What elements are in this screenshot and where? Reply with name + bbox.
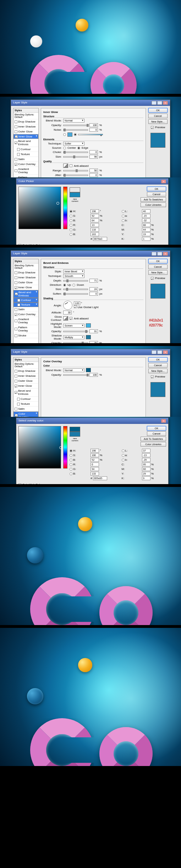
l-input[interactable]: 46 — [142, 209, 150, 213]
hex-input[interactable]: 005e85 — [93, 476, 107, 480]
checkbox[interactable] — [15, 391, 17, 394]
g-input[interactable]: 94 — [90, 467, 99, 471]
c-input[interactable]: 95 — [142, 463, 150, 466]
checkbox[interactable] — [15, 385, 17, 387]
b-radio[interactable] — [70, 219, 72, 222]
range-input[interactable]: 50 — [89, 169, 98, 172]
technique-select[interactable]: Softer — [63, 142, 84, 146]
checkbox[interactable] — [15, 125, 17, 128]
checkbox[interactable] — [17, 303, 20, 306]
altitude-input[interactable]: 30 — [63, 311, 72, 314]
checkbox[interactable] — [15, 308, 17, 311]
a-input[interactable]: -15 — [142, 214, 150, 218]
overlay-color-swatch[interactable] — [86, 368, 91, 372]
s-radio[interactable] — [70, 215, 72, 217]
style-color-overlay[interactable]: Color Overlay — [13, 312, 38, 317]
checkbox[interactable] — [15, 293, 18, 295]
direction-up-radio[interactable] — [63, 284, 66, 287]
blend-mode-select[interactable]: Normal — [63, 368, 84, 372]
style-outer-glow[interactable]: Outer Glow — [13, 379, 38, 384]
style-contour[interactable]: Contour — [13, 147, 38, 152]
hex-input[interactable]: 0076a3 — [93, 237, 107, 241]
b2-input[interactable]: -29 — [142, 458, 150, 462]
angle-dial[interactable] — [63, 301, 72, 310]
color-radio[interactable] — [63, 133, 66, 136]
y-input[interactable]: 19 — [142, 232, 150, 236]
color-swatch[interactable] — [67, 132, 72, 137]
r-input[interactable]: 13 — [90, 223, 99, 227]
blend-mode-select[interactable]: Normal — [63, 119, 84, 123]
cancel-button[interactable]: Cancel — [147, 192, 166, 197]
style-inner-glow[interactable]: Inner Glow — [13, 384, 38, 388]
ok-button[interactable]: OK — [147, 187, 166, 191]
antialiased-checkbox[interactable] — [70, 317, 72, 320]
checkbox[interactable] — [15, 130, 17, 133]
checkbox[interactable] — [17, 398, 20, 401]
style-color-overlay[interactable]: Color Overlay — [13, 412, 38, 417]
blending-options[interactable]: Blending Options: Default — [13, 263, 38, 270]
style-drop-shadow[interactable]: Drop Shadow — [13, 369, 38, 374]
ok-button[interactable]: OK — [148, 259, 168, 263]
add-swatches-button[interactable]: Add To Swatches — [141, 197, 166, 202]
checkbox[interactable] — [15, 408, 17, 410]
close-button[interactable]: × — [163, 101, 168, 105]
style-select[interactable]: Inner Bevel — [63, 270, 84, 273]
direction-down-radio[interactable] — [72, 284, 75, 287]
noise-slider[interactable] — [63, 129, 88, 131]
style-satin[interactable]: Satin — [13, 307, 38, 312]
cancel-button[interactable]: Cancel — [148, 265, 168, 269]
gloss-contour-thumb[interactable] — [63, 316, 68, 320]
depth-slider[interactable] — [63, 280, 88, 282]
color-libraries-button[interactable]: Color Libraries — [141, 203, 166, 207]
ok-button[interactable]: OK — [148, 357, 168, 362]
style-bevel-emboss[interactable]: Bevel and Emboss — [13, 139, 38, 147]
jitter-input[interactable]: 0 — [89, 173, 98, 177]
style-drop-shadow[interactable]: Drop Shadow — [13, 119, 38, 124]
style-texture[interactable]: Texture — [13, 402, 38, 407]
h-radio[interactable] — [70, 449, 72, 452]
maximize-button[interactable]: □ — [157, 252, 162, 256]
soften-slider[interactable] — [63, 293, 88, 295]
preview-checkbox[interactable] — [151, 375, 154, 378]
shadow-color-swatch[interactable] — [86, 335, 91, 339]
s-opacity-input[interactable]: 75 — [89, 341, 98, 343]
checkbox[interactable] — [17, 403, 20, 405]
checkbox[interactable] — [15, 158, 17, 161]
ok-button[interactable]: OK — [147, 426, 166, 431]
bv-input[interactable]: 133 — [90, 472, 99, 476]
depth-input[interactable]: 71 — [89, 279, 98, 283]
style-inner-glow[interactable]: Inner Glow — [13, 134, 38, 139]
close-button[interactable]: × — [163, 350, 168, 354]
m-input[interactable]: 60 — [142, 467, 150, 471]
maximize-button[interactable]: □ — [157, 101, 162, 105]
style-outer-glow[interactable]: Outer Glow — [13, 280, 38, 285]
close-button[interactable]: × — [161, 419, 166, 423]
s-input[interactable]: 92 — [90, 214, 99, 218]
style-contour[interactable]: Contour — [13, 298, 38, 302]
style-gradient-overlay[interactable]: Gradient Overlay — [13, 167, 38, 175]
gradient-radio[interactable] — [74, 133, 77, 136]
bv-radio[interactable] — [70, 233, 72, 236]
y-input[interactable]: 29 — [142, 472, 150, 476]
hue-slider[interactable] — [63, 187, 67, 229]
l-radio[interactable] — [122, 210, 125, 213]
checkbox[interactable] — [17, 148, 20, 151]
g-input[interactable]: 118 — [90, 228, 99, 232]
opacity-slider[interactable] — [63, 374, 88, 376]
b2-input[interactable]: -32 — [142, 219, 150, 222]
style-pattern-overlay[interactable]: Pattern Overlay — [13, 175, 38, 177]
k-input[interactable]: 1 — [142, 237, 150, 241]
blending-options[interactable]: Blending Options: Default — [13, 362, 38, 369]
checkbox[interactable] — [15, 334, 17, 337]
checkbox[interactable] — [15, 276, 17, 279]
r-input[interactable]: 0 — [90, 463, 99, 466]
opacity-input[interactable]: 100 — [89, 123, 98, 127]
l-input[interactable]: 37 — [142, 449, 150, 453]
bv-input[interactable]: 163 — [90, 232, 99, 236]
technique-select[interactable]: Smooth — [63, 274, 84, 278]
checkbox[interactable] — [15, 319, 17, 322]
b-input[interactable]: 52 — [90, 458, 99, 462]
new-style-button[interactable]: New Style... — [148, 270, 168, 275]
checkbox[interactable] — [15, 313, 17, 316]
size-slider[interactable] — [63, 156, 88, 158]
